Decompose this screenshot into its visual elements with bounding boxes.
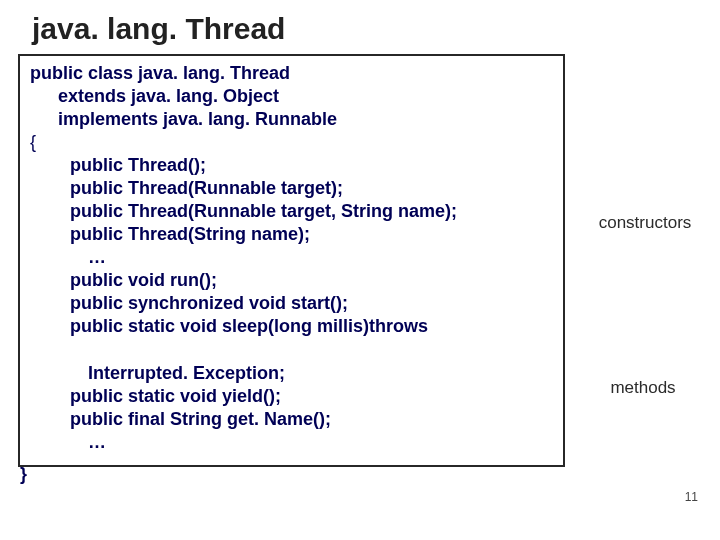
ellipsis: … [88, 246, 553, 269]
method-cont-line: public static void yield(); [70, 385, 553, 408]
annotation-constructors: constructors [585, 212, 705, 234]
open-brace: { [30, 131, 553, 154]
constructor-line: public Thread(String name); [70, 223, 553, 246]
method-line: public synchronized void start(); [70, 292, 553, 315]
method-cont-line: public final String get. Name(); [70, 408, 553, 431]
constructor-line: public Thread(Runnable target, String na… [70, 200, 553, 223]
constructor-line: public Thread(Runnable target); [70, 177, 553, 200]
class-declaration: public class java. lang. Thread [30, 62, 553, 85]
slide-title: java. lang. Thread [32, 12, 702, 46]
method-cont-line: Interrupted. Exception; [88, 362, 553, 385]
page-number: 11 [685, 490, 698, 504]
method-line: public static void sleep(long millis)thr… [70, 315, 553, 338]
constructor-line: public Thread(); [70, 154, 553, 177]
extends-clause: extends java. lang. Object [58, 85, 553, 108]
ellipsis: … [88, 431, 553, 454]
implements-clause: implements java. lang. Runnable [58, 108, 553, 131]
method-line: public void run(); [70, 269, 553, 292]
code-panel: public class java. lang. Thread extends … [18, 54, 565, 467]
close-brace: } [20, 464, 27, 485]
annotation-methods: methods [588, 377, 698, 399]
